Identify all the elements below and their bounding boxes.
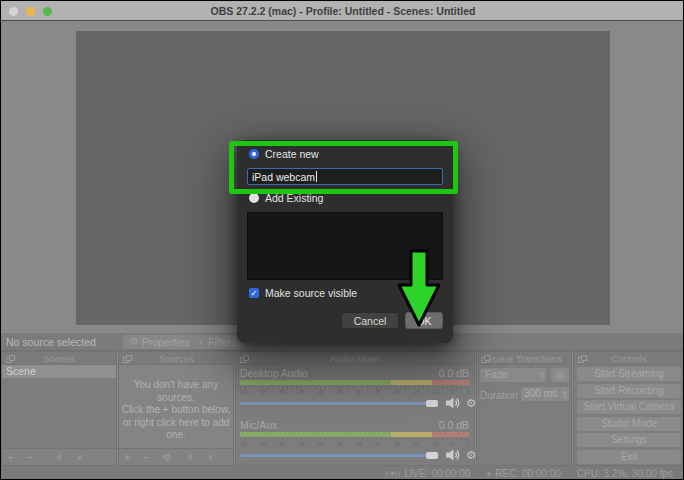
source-name-value: iPad webcam — [252, 170, 315, 184]
sources-panel: Sources You don't have any sources. Clic… — [118, 351, 234, 466]
add-existing-option[interactable]: Add Existing — [249, 192, 323, 204]
controls-panel-title: Controls — [574, 352, 684, 365]
radio-unselected-icon[interactable] — [249, 193, 259, 203]
select-stepper-icons: ∧∨ — [540, 368, 544, 382]
audio-mixer-panel-title: Audio Mixer — [236, 352, 474, 365]
radio-selected-icon[interactable] — [249, 149, 259, 159]
undock-icon — [240, 355, 249, 363]
volume-slider[interactable] — [240, 402, 436, 406]
existing-sources-listbox[interactable] — [247, 212, 443, 280]
properties-label: Properties — [142, 335, 190, 349]
scenes-panel-header[interactable]: Scenes — [2, 352, 116, 365]
undock-icon — [578, 355, 587, 363]
add-scene-button[interactable]: + — [7, 450, 13, 465]
scenes-toolbar: + − ∧ ∨ — [2, 448, 116, 465]
sources-panel-title: Sources — [119, 352, 233, 365]
no-source-label: No source selected — [6, 333, 96, 351]
gear-icon[interactable]: ⚙ — [466, 448, 476, 462]
undock-icon — [123, 355, 132, 363]
add-source-button[interactable]: + — [124, 450, 130, 465]
volume-slider[interactable] — [240, 454, 436, 458]
studio-mode-button[interactable]: Studio Mode — [577, 417, 681, 431]
speaker-icon[interactable] — [446, 397, 461, 409]
filters-label: Filters — [208, 335, 237, 349]
duration-label: Duration — [480, 390, 518, 401]
channel-name: Desktop Audio — [240, 367, 308, 379]
controls-panel-header[interactable]: Controls — [574, 352, 684, 365]
checkbox-checked-icon[interactable]: ✓ — [249, 288, 259, 298]
volume-slider-handle[interactable] — [426, 400, 438, 407]
channel-name: Mic/Aux — [240, 419, 277, 431]
source-name-input[interactable]: iPad webcam — [247, 168, 443, 185]
undock-icon — [6, 355, 15, 363]
source-down-button[interactable]: ∨ — [207, 450, 214, 465]
duration-spinbox[interactable]: 300 ms ∧∨ — [521, 387, 569, 401]
source-up-button[interactable]: ∧ — [187, 450, 194, 465]
gear-icon: ⚙ — [130, 335, 139, 349]
properties-button[interactable]: ⚙ Properties — [123, 335, 197, 349]
settings-button[interactable]: Settings — [577, 433, 681, 447]
volume-meter — [240, 380, 469, 385]
volume-slider-handle[interactable] — [426, 452, 438, 459]
scene-transitions-panel: Scene Transitions Fade ∧∨ ⚙ Duration 300… — [476, 351, 572, 466]
gear-icon[interactable]: ⚙ — [466, 396, 476, 410]
sources-panel-header[interactable]: Sources — [119, 352, 233, 365]
volume-slider-row: ⚙ — [240, 397, 469, 409]
channel-level: 0.0 dB — [439, 419, 469, 431]
scene-down-button[interactable]: ∨ — [76, 450, 83, 465]
transition-value: Fade — [485, 369, 508, 380]
exit-button[interactable]: Exit — [577, 450, 681, 464]
filters-icon: ◐ — [199, 335, 205, 349]
make-source-visible-option[interactable]: ✓ Make source visible — [249, 287, 357, 299]
scenes-panel: Scenes Scene + − ∧ ∨ — [1, 351, 117, 466]
live-indicator-icon: ((●)) — [385, 469, 401, 478]
scenes-panel-title: Scenes — [2, 352, 116, 365]
channel-level: 0.0 dB — [439, 367, 469, 379]
scene-transitions-panel-header[interactable]: Scene Transitions — [477, 352, 571, 365]
transition-gear-button[interactable]: ⚙ — [551, 368, 569, 382]
create-new-option[interactable]: Create new — [249, 148, 319, 160]
spin-stepper-icons[interactable]: ∧∨ — [563, 387, 567, 401]
cancel-button[interactable]: Cancel — [341, 312, 399, 329]
remove-scene-button[interactable]: − — [26, 450, 32, 465]
start-streaming-button[interactable]: Start Streaming — [577, 367, 681, 381]
meter-scale: -60-55-50-45-40-35-30-25-20-15-10-50 — [240, 386, 469, 396]
rec-indicator-icon: ● — [486, 469, 491, 478]
volume-meter — [240, 432, 469, 437]
rec-status: ● REC: 00:00:00 — [486, 468, 560, 479]
start-virtual-camera-button[interactable]: Start Virtual Camera — [577, 400, 681, 414]
speaker-icon[interactable] — [446, 449, 461, 461]
start-recording-button[interactable]: Start Recording — [577, 384, 681, 398]
sources-toolbar: + − ⚙ ∧ ∨ — [119, 448, 233, 465]
obs-window: OBS 27.2.2 (mac) - Profile: Untitled - S… — [0, 0, 684, 480]
create-source-dialog: Create new iPad webcam Add Existing ✓ Ma… — [237, 140, 453, 343]
window-title: OBS 27.2.2 (mac) - Profile: Untitled - S… — [1, 1, 684, 21]
live-status: ((●)) LIVE: 00:00:00 — [385, 468, 471, 479]
titlebar: OBS 27.2.2 (mac) - Profile: Untitled - S… — [1, 1, 684, 21]
ok-button[interactable]: OK — [405, 312, 443, 329]
transition-select[interactable]: Fade ∧∨ — [480, 368, 546, 382]
duration-value: 300 ms — [524, 387, 557, 401]
undock-icon — [481, 355, 490, 363]
create-new-label: Create new — [265, 148, 319, 160]
sources-empty-message: You don't have any sources. Click the + … — [119, 365, 233, 442]
remove-source-button[interactable]: − — [143, 450, 149, 465]
source-properties-button[interactable]: ⚙ — [163, 450, 172, 465]
meter-scale: -60-55-50-45-40-35-30-25-20-15-10-50 — [240, 438, 469, 448]
status-bar: ((●)) LIVE: 00:00:00 ● REC: 00:00:00 CPU… — [1, 466, 684, 480]
text-caret — [316, 171, 317, 182]
volume-slider-row: ⚙ — [240, 449, 469, 461]
make-source-visible-label: Make source visible — [265, 287, 357, 299]
scene-transitions-panel-title: Scene Transitions — [477, 352, 571, 365]
audio-mixer-panel: Audio Mixer Desktop Audio 0.0 dB -60-55-… — [235, 351, 475, 466]
filters-button[interactable]: ◐ Filters — [192, 335, 244, 349]
add-existing-label: Add Existing — [265, 192, 323, 204]
controls-panel: Controls Start Streaming Start Recording… — [573, 351, 684, 466]
audio-mixer-panel-header[interactable]: Audio Mixer — [236, 352, 474, 365]
scene-list-item[interactable]: Scene — [2, 365, 116, 378]
cpu-status: CPU: 3.2%, 30.00 fps — [577, 468, 673, 479]
scene-up-button[interactable]: ∧ — [56, 450, 63, 465]
